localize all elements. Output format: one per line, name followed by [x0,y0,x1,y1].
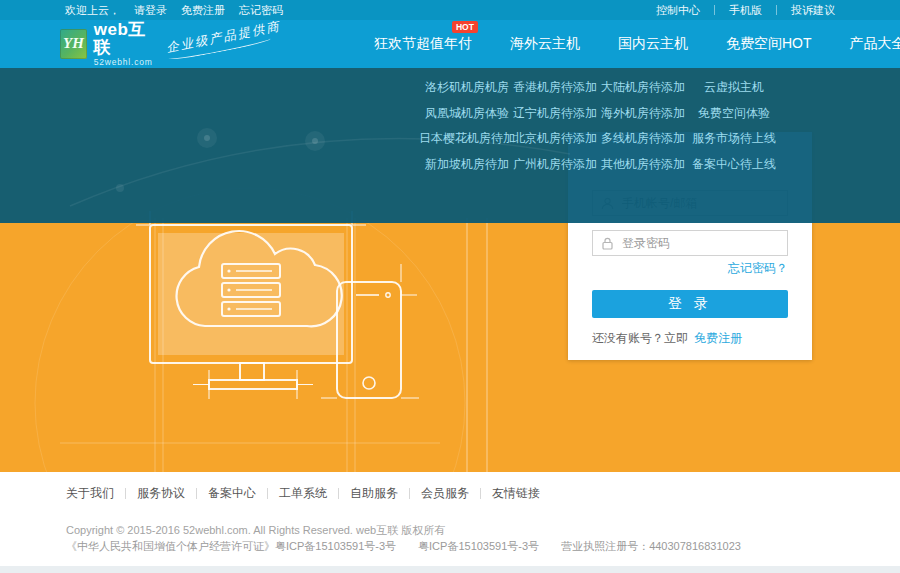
divider [714,5,715,15]
hot-badge: HOT [452,21,478,33]
footer-member-link[interactable]: 会员服务 [410,485,480,502]
menu-item-phoenix-datacenter[interactable]: 凤凰城机房体验 [424,101,510,127]
icp-number: 粤ICP备15103591号-3号 [418,539,539,554]
forgot-password-panel-link[interactable]: 忘记密码？ [728,260,788,277]
menu-item-japan-datacenter[interactable]: 日本樱花机房待加 [424,126,510,152]
password-field[interactable] [592,230,788,256]
menu-item-hk-datacenter[interactable]: 香港机房待添加 [512,75,598,101]
topbar-left: 欢迎上云， 请登录 免费注册 忘记密码 [65,3,283,18]
dropdown-overlay: 洛杉矶机房机房 香港机房待添加 大陆机房待添加 云虚拟主机 凤凰城机房体验 辽宁… [0,68,900,223]
login-link[interactable]: 请登录 [134,3,167,18]
welcome-text: 欢迎上云， [65,3,120,18]
control-center-link[interactable]: 控制中心 [656,3,700,18]
footer-friendlinks-link[interactable]: 友情链接 [481,485,551,502]
navbar: YH web互联 52webhl.com 企业级产品提供商 HOT 狂欢节超值年… [0,20,900,68]
footer-about-link[interactable]: 关于我们 [66,485,125,502]
menu-item-mainland-datacenter[interactable]: 大陆机房待添加 [600,75,686,101]
register-hint: 还没有账号？立即 [592,331,688,345]
copyright-text: Copyright © 2015-2016 52webhl.com. All R… [66,523,445,538]
logo-icon: YH [60,29,87,59]
brand-domain: 52webhl.com [94,58,156,67]
business-license-number: 营业执照注册号：440307816831023 [561,539,741,554]
menu-item-service-market[interactable]: 服务市场待上线 [688,126,780,152]
menu-item-other-datacenter[interactable]: 其他机房待添加 [600,152,686,178]
brand-text: web互联 52webhl.com [94,21,156,68]
register-row: 还没有账号？立即 免费注册 [592,330,742,347]
login-button[interactable]: 登 录 [592,290,788,318]
mobile-version-link[interactable]: 手机版 [729,3,762,18]
menu-item-multiline-datacenter[interactable]: 多线机房待添加 [600,126,686,152]
lock-icon [601,237,614,250]
menu-item-icp-center[interactable]: 备案中心待上线 [688,152,780,178]
brand-slogan: 企业级产品提供商 [165,18,283,62]
topbar: 欢迎上云， 请登录 免费注册 忘记密码 控制中心 手机版 投诉建议 [0,0,900,20]
divider [776,5,777,15]
menu-item-liaoning-datacenter[interactable]: 辽宁机房待添加 [512,101,598,127]
bottom-strip [0,566,900,573]
topbar-right: 控制中心 手机版 投诉建议 [656,3,835,18]
register-link[interactable]: 免费注册 [181,3,225,18]
menu-item-free-space[interactable]: 免费空间体验 [688,101,780,127]
nav-item-overseas-cloud[interactable]: 海外云主机 [510,35,580,53]
nav-item-annual-sale[interactable]: HOT 狂欢节超值年付 [374,35,472,53]
menu-item-cloud-virtual-host[interactable]: 云虚拟主机 [688,75,780,101]
logo[interactable]: YH web互联 52webhl.com [60,21,156,68]
menu-item-overseas-datacenter[interactable]: 海外机房待添加 [600,101,686,127]
footer-ticket-link[interactable]: 工单系统 [268,485,338,502]
footer: 关于我们 服务协议 备案中心 工单系统 自助服务 会员服务 友情链接 Copyr… [0,472,900,573]
footer-selfservice-link[interactable]: 自助服务 [339,485,409,502]
nav-item-free-space[interactable]: 免费空间HOT [726,35,812,53]
feedback-link[interactable]: 投诉建议 [791,3,835,18]
footer-links: 关于我们 服务协议 备案中心 工单系统 自助服务 会员服务 友情链接 [66,485,551,502]
main-nav: HOT 狂欢节超值年付 海外云主机 国内云主机 免费空间HOT 产品大全 [374,35,900,53]
nav-item-all-products[interactable]: 产品大全 [849,35,900,53]
brand-title: web互联 [94,21,156,57]
menu-item-guangzhou-datacenter[interactable]: 广州机房待添加 [512,152,598,178]
footer-icp-link[interactable]: 备案中心 [197,485,267,502]
menu-item-singapore-datacenter[interactable]: 新加坡机房待加 [424,152,510,178]
license-text: 《中华人民共和国增值个体户经营许可证》粤ICP备15103591号-3号 [66,539,396,554]
forgot-password-link[interactable]: 忘记密码 [239,3,283,18]
footer-terms-link[interactable]: 服务协议 [126,485,196,502]
menu-item-beijing-datacenter[interactable]: 北京机房待添加 [512,126,598,152]
password-input[interactable] [622,236,779,250]
mega-menu: 洛杉矶机房机房 香港机房待添加 大陆机房待添加 云虚拟主机 凤凰城机房体验 辽宁… [424,75,780,177]
free-register-link[interactable]: 免费注册 [694,331,742,345]
page: 欢迎上云， 请登录 免费注册 忘记密码 控制中心 手机版 投诉建议 YH web… [0,0,900,573]
menu-item-la-datacenter[interactable]: 洛杉矶机房机房 [424,75,510,101]
nav-item-domestic-cloud[interactable]: 国内云主机 [618,35,688,53]
license-row: 《中华人民共和国增值个体户经营许可证》粤ICP备15103591号-3号 粤IC… [66,539,763,554]
